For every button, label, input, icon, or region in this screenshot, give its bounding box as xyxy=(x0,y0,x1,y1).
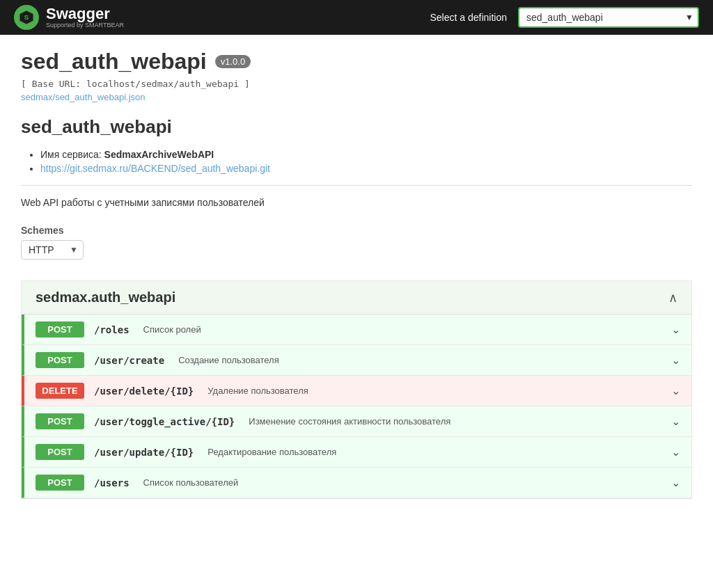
endpoint-path: /user/toggle_active/{ID} xyxy=(94,416,235,427)
endpoint-left: POST/user/update/{ID}Редактирование поль… xyxy=(36,444,671,460)
table-row[interactable]: POST/rolesСписок ролей⌄ xyxy=(22,315,691,345)
version-badge: v1.0.0 xyxy=(215,55,251,68)
chevron-down-icon: ⌄ xyxy=(671,353,680,367)
method-badge-post: POST xyxy=(36,475,84,491)
table-row[interactable]: POST/usersСписок пользователей⌄ xyxy=(22,468,691,498)
api-title: sed_auth_webapi xyxy=(21,49,207,74)
endpoint-path: /roles xyxy=(94,324,130,335)
endpoint-left: POST/user/createСоздание пользователя xyxy=(36,352,671,368)
api-section: sedmax.auth_webapi ∧ POST/rolesСписок ро… xyxy=(21,280,692,499)
logo-text: Swagger Supported by SMARTBEAR xyxy=(46,6,124,29)
chevron-down-icon: ⌄ xyxy=(671,476,680,489)
chevron-down-icon: ⌄ xyxy=(671,384,680,397)
definition-select-wrapper: sed_auth_webapi ▼ xyxy=(518,7,699,28)
endpoint-left: POST/rolesСписок ролей xyxy=(36,321,671,337)
section-header[interactable]: sedmax.auth_webapi ∧ xyxy=(22,281,691,315)
schemes-label: Schemes xyxy=(21,225,692,236)
endpoint-description: Удаление пользователя xyxy=(207,386,308,396)
swagger-name: Swagger xyxy=(46,6,124,22)
endpoint-left: POST/user/toggle_active/{ID}Изменение со… xyxy=(36,413,671,429)
table-row[interactable]: POST/user/createСоздание пользователя⌄ xyxy=(22,345,691,376)
git-link[interactable]: https://git.sedmax.ru/BACKEND/sed_auth_w… xyxy=(40,163,270,174)
table-row[interactable]: POST/user/toggle_active/{ID}Изменение со… xyxy=(22,406,691,437)
section-collapse-icon[interactable]: ∧ xyxy=(668,290,677,305)
endpoint-path: /user/update/{ID} xyxy=(94,447,194,458)
svg-text:S: S xyxy=(24,13,29,21)
endpoint-path: /user/delete/{ID} xyxy=(94,386,194,397)
chevron-down-icon: ⌄ xyxy=(671,415,680,428)
git-link-item: https://git.sedmax.ru/BACKEND/sed_auth_w… xyxy=(40,163,692,174)
endpoint-left: DELETE/user/delete/{ID}Удаление пользова… xyxy=(36,383,671,399)
endpoint-description: Список ролей xyxy=(143,324,201,335)
section-title: sedmax.auth_webapi xyxy=(36,289,175,305)
base-url: [ Base URL: localhost/sedmax/auth_webapi… xyxy=(21,79,692,89)
chevron-down-icon: ⌄ xyxy=(671,445,680,459)
select-definition-label: Select a definition xyxy=(430,12,507,23)
service-name-value: SedmaxArchiveWebAPI xyxy=(104,149,214,160)
endpoint-description: Редактирование пользователя xyxy=(207,447,336,457)
service-name-item: Имя сервиса: SedmaxArchiveWebAPI xyxy=(40,149,692,160)
header: S Swagger Supported by SMARTBEAR Select … xyxy=(0,0,713,35)
endpoint-description: Создание пользователя xyxy=(178,355,279,365)
swagger-logo-icon: S xyxy=(14,5,39,30)
method-badge-post: POST xyxy=(36,444,84,460)
chevron-down-icon: ⌄ xyxy=(671,323,680,336)
method-badge-delete: DELETE xyxy=(36,383,84,399)
main-content: sed_auth_webapi v1.0.0 [ Base URL: local… xyxy=(0,35,713,513)
endpoints-container: POST/rolesСписок ролей⌄POST/user/createС… xyxy=(22,315,691,498)
endpoint-description: Изменение состояния активности пользоват… xyxy=(249,416,450,427)
method-badge-post: POST xyxy=(36,413,84,429)
logo-area: S Swagger Supported by SMARTBEAR xyxy=(14,5,418,30)
schemes-select[interactable]: HTTP xyxy=(21,240,84,260)
service-name-label: Имя сервиса: xyxy=(40,149,102,160)
definition-select[interactable]: sed_auth_webapi xyxy=(518,7,699,28)
schemes-section: Schemes HTTP ▼ xyxy=(21,225,692,280)
smartbear-label: Supported by SMARTBEAR xyxy=(46,22,124,29)
schemes-select-wrapper: HTTP ▼ xyxy=(21,240,84,260)
json-link[interactable]: sedmax/sed_auth_webapi.json xyxy=(21,92,692,102)
method-badge-post: POST xyxy=(36,321,84,337)
api-subtitle: sed_auth_webapi xyxy=(21,116,692,138)
api-info-list: Имя сервиса: SedmaxArchiveWebAPI https:/… xyxy=(21,149,692,174)
divider xyxy=(21,185,692,186)
table-row[interactable]: POST/user/update/{ID}Редактирование поль… xyxy=(22,437,691,468)
endpoint-description: Список пользователей xyxy=(143,477,239,488)
endpoint-left: POST/usersСписок пользователей xyxy=(36,475,671,491)
endpoint-path: /users xyxy=(94,477,130,488)
api-title-row: sed_auth_webapi v1.0.0 xyxy=(21,49,692,74)
endpoint-path: /user/create xyxy=(94,355,164,366)
table-row[interactable]: DELETE/user/delete/{ID}Удаление пользова… xyxy=(22,376,691,406)
api-description: Web API работы с учетными записями польз… xyxy=(21,197,692,208)
method-badge-post: POST xyxy=(36,352,84,368)
